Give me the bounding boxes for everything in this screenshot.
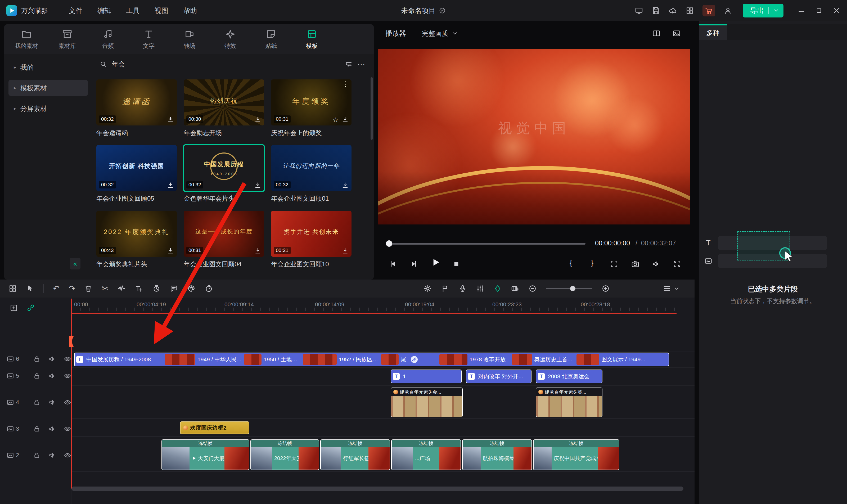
- speech-to-text-icon[interactable]: [170, 284, 178, 293]
- fullscreen-button[interactable]: [673, 258, 681, 268]
- template-card[interactable]: 2022 年度颁奖典礼 00:43 年会颁奖典礼片头: [96, 211, 177, 268]
- zoom-out-icon[interactable]: [528, 284, 537, 293]
- template-card[interactable]: 携手并进 共创未来 00:31 年会企业图文回顾10: [271, 211, 352, 268]
- download-icon[interactable]: [167, 182, 174, 189]
- sidebar-item-template-assets[interactable]: ▸模板素材: [8, 80, 88, 96]
- delete-icon[interactable]: [84, 284, 93, 293]
- tab-multiple[interactable]: 多种: [699, 24, 727, 40]
- download-icon[interactable]: [341, 116, 349, 123]
- tab-templates[interactable]: 模板: [299, 29, 325, 50]
- visibility-icon[interactable]: [64, 425, 71, 433]
- mute-icon[interactable]: [48, 372, 56, 380]
- next-frame-button[interactable]: [410, 258, 418, 268]
- cloud-upload-icon[interactable]: [669, 6, 677, 15]
- menu-file[interactable]: 文件: [61, 0, 90, 21]
- color-palette-icon[interactable]: [187, 284, 196, 293]
- zoom-in-icon[interactable]: [601, 284, 610, 293]
- zoom-slider-handle[interactable]: [570, 286, 575, 291]
- store-cart-button[interactable]: [702, 5, 715, 16]
- favorite-icon[interactable]: ☆: [332, 116, 338, 123]
- search-bar[interactable]: 年会 ⋯: [95, 55, 370, 73]
- freeze-frame-icon[interactable]: [152, 284, 161, 293]
- timeline[interactable]: 6 5 4 3: [0, 298, 695, 504]
- account-icon[interactable]: [724, 6, 732, 15]
- clip-title-compound[interactable]: T 中国发展历程 / 1949-2008 1949 / 中华人民... 1950…: [74, 353, 669, 366]
- template-thumbnail[interactable]: 这是一个成长的年度 00:31: [184, 211, 264, 257]
- template-card[interactable]: 邀请函 00:32 年会邀请函: [96, 79, 177, 137]
- ab-compare-icon[interactable]: [652, 29, 661, 38]
- visibility-icon[interactable]: [64, 372, 71, 380]
- tab-text[interactable]: 文字: [136, 29, 161, 50]
- clip-video[interactable]: 冻结帧 ...广场: [391, 439, 461, 470]
- display-mode-icon[interactable]: [635, 6, 643, 15]
- template-card[interactable]: 这是一个成长的年度 00:31 年会企业图文回顾04: [184, 211, 264, 268]
- sidebar-item-mine[interactable]: ▸我的: [8, 59, 88, 75]
- volume-button[interactable]: [652, 258, 660, 268]
- download-icon[interactable]: [254, 182, 262, 189]
- clip-element[interactable]: 建党百年元素3-金...: [391, 388, 463, 417]
- video-preview[interactable]: 视觉中国: [378, 49, 690, 224]
- undo-icon[interactable]: ↶: [53, 284, 59, 293]
- speed-icon[interactable]: [204, 284, 213, 293]
- more-options-icon[interactable]: ⋯: [357, 60, 365, 68]
- playhead[interactable]: [71, 299, 72, 489]
- template-thumbnail[interactable]: 开拓创新 科技强国 00:32: [96, 145, 177, 191]
- export-button[interactable]: 导出: [743, 4, 783, 17]
- template-thumbnail[interactable]: 携手并进 共创未来 00:31: [271, 211, 352, 257]
- download-icon[interactable]: [167, 247, 174, 255]
- card-menu-icon[interactable]: ⋮: [342, 80, 349, 88]
- template-card[interactable]: 热烈庆祝 00:30 年会励志开场: [184, 79, 264, 137]
- clip-video[interactable]: 冻结帧 航拍珠海横琴...: [462, 439, 532, 470]
- menu-tools[interactable]: 工具: [119, 0, 147, 21]
- seek-handle[interactable]: [386, 240, 392, 247]
- template-card[interactable]: 开拓创新 科技强国 00:32 年会企业图文回顾05: [96, 145, 177, 203]
- clip-element[interactable]: 建党百年元素6-英...: [536, 388, 602, 417]
- visibility-icon[interactable]: [64, 355, 71, 363]
- render-preview-icon[interactable]: [424, 284, 432, 293]
- menu-view[interactable]: 视图: [147, 0, 176, 21]
- template-thumbnail[interactable]: 年度颁奖 ⋮ ☆ 00:31: [271, 79, 352, 125]
- template-thumbnail[interactable]: 让我们迈向新的一年 00:32: [271, 145, 352, 191]
- lock-icon[interactable]: [33, 425, 41, 433]
- add-text-icon[interactable]: [135, 284, 143, 293]
- search-input[interactable]: 年会: [112, 60, 340, 69]
- mute-icon[interactable]: [48, 355, 56, 363]
- section-marker[interactable]: [68, 336, 75, 349]
- download-icon[interactable]: [341, 247, 349, 255]
- export-dropdown-icon[interactable]: [773, 7, 779, 14]
- split-scissors-icon[interactable]: ✂: [102, 284, 108, 293]
- clip-video[interactable]: 冻结帧 2022年天安...: [250, 439, 319, 470]
- track-height-control[interactable]: [663, 284, 680, 293]
- play-button[interactable]: [430, 257, 441, 268]
- add-to-timeline-icon[interactable]: [10, 302, 18, 312]
- tab-my-media[interactable]: 我的素材: [14, 29, 39, 50]
- download-icon[interactable]: [254, 247, 262, 255]
- clip-text[interactable]: T 对内改革 对外开...: [466, 370, 531, 383]
- menu-edit[interactable]: 编辑: [90, 0, 119, 21]
- auto-ripple-link-icon[interactable]: [26, 302, 35, 312]
- sidebar-item-splitscreen-assets[interactable]: ▸分屏素材: [8, 101, 88, 116]
- record-voiceover-icon[interactable]: [458, 284, 467, 293]
- clip-video[interactable]: 冻结帧 庆祝中国共产党成立10...: [533, 439, 619, 470]
- add-track-icon[interactable]: [511, 284, 519, 293]
- apps-grid-icon[interactable]: [686, 6, 694, 15]
- mark-in-button[interactable]: {: [570, 258, 572, 267]
- marker-icon[interactable]: [441, 284, 449, 293]
- keyframe-icon[interactable]: [493, 284, 502, 293]
- seek-track[interactable]: [391, 243, 585, 245]
- tab-stickers[interactable]: 贴纸: [258, 29, 284, 50]
- quality-dropdown[interactable]: 完整画质: [422, 29, 458, 38]
- timeline-zoom-slider[interactable]: [546, 284, 592, 293]
- lock-icon[interactable]: [33, 398, 41, 406]
- snapshot-button[interactable]: [631, 258, 639, 268]
- lock-icon[interactable]: [33, 372, 41, 380]
- tab-effects[interactable]: 特效: [218, 29, 243, 50]
- template-thumbnail[interactable]: 热烈庆祝 00:30: [184, 79, 264, 125]
- minimize-icon[interactable]: [797, 6, 806, 15]
- clip-video[interactable]: 冻结帧 行红军长征: [320, 439, 390, 470]
- mute-icon[interactable]: [48, 425, 56, 433]
- close-icon[interactable]: [832, 6, 841, 15]
- download-icon[interactable]: [167, 116, 174, 123]
- audio-adjust-icon[interactable]: [117, 284, 126, 293]
- mute-icon[interactable]: [48, 398, 56, 406]
